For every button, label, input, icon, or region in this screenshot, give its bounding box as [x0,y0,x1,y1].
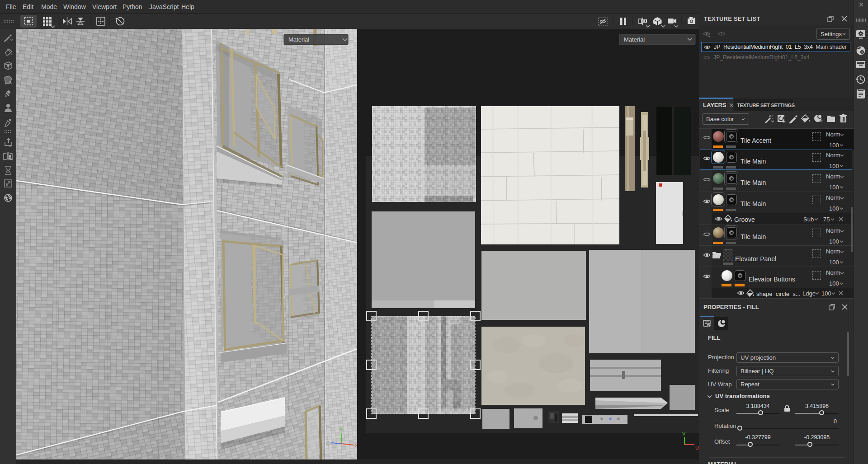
svg-text:Material: Material [288,36,309,43]
svg-text:V: V [682,431,686,436]
svg-text:Z: Z [326,440,329,445]
svg-text:1: 1 [721,32,723,36]
svg-text:Y: Y [340,427,343,432]
svg-text:Material: Material [624,36,645,43]
svg-text:U: U [695,445,699,450]
